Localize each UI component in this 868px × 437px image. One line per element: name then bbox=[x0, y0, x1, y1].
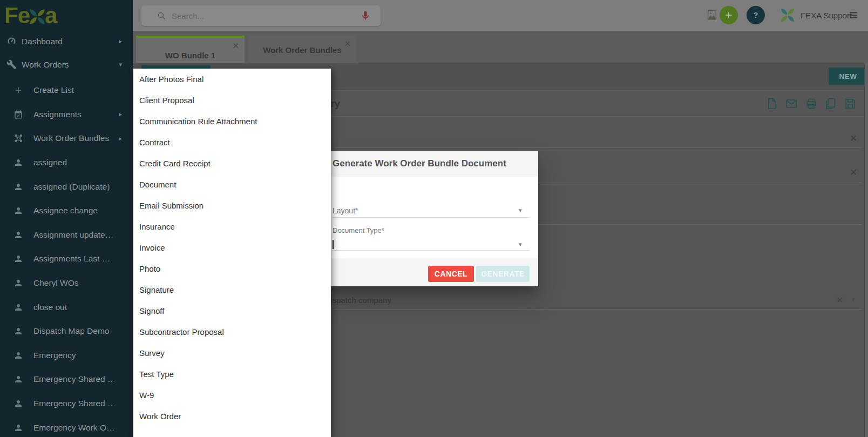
dropdown-item[interactable]: Email Submission bbox=[133, 195, 331, 216]
generate-document-modal: Generate Work Order Bundle Document Layo… bbox=[324, 151, 538, 286]
sidebar-item-emergency[interactable]: Emergency bbox=[0, 344, 133, 368]
caret-down-icon[interactable]: ▾ bbox=[519, 207, 522, 214]
add-button[interactable] bbox=[720, 6, 738, 24]
sidebar-item-cheryl-wos[interactable]: Cheryl WOs bbox=[0, 271, 133, 295]
clear-field-icon[interactable]: ✕ bbox=[850, 167, 857, 178]
dropdown-item[interactable]: Client Proposal bbox=[133, 90, 331, 111]
person-icon bbox=[13, 326, 23, 336]
dropdown-item[interactable]: Signoff bbox=[133, 300, 331, 321]
chevron-right-icon: ▸ bbox=[119, 38, 122, 45]
tab-bar: ✕ WO Bundle 1 ✕ Work Order Bundles bbox=[133, 31, 868, 63]
dropdown-item[interactable]: Credit Card Receipt bbox=[133, 153, 331, 174]
dropdown-item[interactable]: Photo bbox=[133, 258, 331, 279]
dropdown-item[interactable]: Work Order bbox=[133, 406, 331, 427]
sidebar-item-create-list[interactable]: Create List bbox=[0, 78, 133, 103]
help-button[interactable]: ? bbox=[747, 6, 765, 24]
new-button[interactable]: NEW bbox=[829, 68, 867, 85]
hamburger-menu-icon[interactable] bbox=[849, 10, 858, 20]
dropdown-item[interactable]: After Photos Final bbox=[133, 69, 331, 90]
dropdown-item[interactable]: Signature bbox=[133, 279, 331, 300]
sidebar-item-assignment-update[interactable]: Assignment update… bbox=[0, 223, 133, 247]
tab-wo-bundle-1[interactable]: ✕ WO Bundle 1 bbox=[136, 36, 245, 63]
dropdown-item[interactable]: Communication Rule Attachment bbox=[133, 111, 331, 132]
document-type-label: Document Type* bbox=[333, 226, 384, 234]
question-mark-icon: ? bbox=[754, 11, 758, 19]
document-icon[interactable] bbox=[765, 97, 778, 110]
tab-work-order-bundles[interactable]: ✕ Work Order Bundles bbox=[248, 36, 356, 63]
modal-title: Generate Work Order Bundle Document bbox=[333, 158, 506, 169]
sidebar-item-emergency-shared-2[interactable]: Emergency Shared … bbox=[0, 392, 133, 416]
calendar-check-icon bbox=[13, 110, 23, 119]
sidebar-item-emergency-shared-1[interactable]: Emergency Shared … bbox=[0, 367, 133, 392]
document-type-dropdown: After Photos Final Client Proposal Commu… bbox=[133, 69, 331, 437]
search-input[interactable] bbox=[172, 5, 334, 26]
person-icon bbox=[13, 423, 23, 433]
dropdown-item[interactable]: Document bbox=[133, 174, 331, 195]
person-icon bbox=[13, 230, 23, 240]
person-icon bbox=[13, 399, 23, 408]
sidebar-item-close-out[interactable]: close out bbox=[0, 295, 133, 319]
modal-header: Generate Work Order Bundle Document bbox=[324, 151, 538, 177]
scrollbar[interactable] bbox=[864, 63, 868, 437]
person-icon bbox=[13, 278, 23, 288]
search-box[interactable] bbox=[141, 5, 381, 26]
sidebar-item-dispatch-map-demo[interactable]: Dispatch Map Demo bbox=[0, 319, 133, 344]
sidebar-item-assigned-duplicate[interactable]: assigned (Duplicate) bbox=[0, 174, 133, 199]
caret-down-icon[interactable]: ▾ bbox=[519, 241, 522, 248]
fexa-x-logo-icon bbox=[780, 8, 795, 23]
field-underline bbox=[335, 147, 862, 148]
plus-icon bbox=[13, 85, 23, 95]
logo-text-fe: Fe bbox=[4, 3, 30, 29]
plus-icon bbox=[723, 10, 734, 21]
tab-close-icon[interactable]: ✕ bbox=[232, 41, 239, 51]
copy-icon[interactable] bbox=[824, 97, 837, 110]
email-icon[interactable] bbox=[785, 97, 798, 110]
clear-field-icon[interactable]: ✕ bbox=[850, 133, 857, 144]
person-icon bbox=[13, 254, 23, 264]
dropdown-item[interactable]: Contract bbox=[133, 132, 331, 153]
chevron-right-icon: ▸ bbox=[119, 111, 122, 118]
layout-select-label: Layout* bbox=[333, 206, 358, 215]
sidebar-item-assignments-last[interactable]: Assignments Last … bbox=[0, 247, 133, 271]
sidebar-item-dashboard[interactable]: Dashboard ▸ bbox=[0, 30, 133, 53]
layout-select-underline[interactable] bbox=[333, 217, 530, 218]
wrench-icon bbox=[6, 59, 17, 70]
sidebar-item-assignments[interactable]: Assignments ▸ bbox=[0, 103, 133, 127]
bundle-group-icon bbox=[13, 133, 23, 143]
person-icon bbox=[13, 158, 23, 167]
clear-field-icon[interactable]: ✕ bbox=[836, 295, 843, 305]
dropdown-item[interactable]: Insurance bbox=[133, 216, 331, 237]
person-icon bbox=[13, 374, 23, 384]
print-icon[interactable] bbox=[805, 97, 818, 110]
cancel-button[interactable]: CANCEL bbox=[428, 266, 474, 282]
sidebar-item-emergency-work-o[interactable]: Emergency Work O… bbox=[0, 415, 133, 437]
microphone-icon[interactable] bbox=[360, 10, 371, 22]
dropdown-item[interactable]: Survey bbox=[133, 342, 331, 364]
support-account-label[interactable]: FEXA Support bbox=[801, 11, 852, 20]
document-type-input-underline[interactable] bbox=[333, 250, 530, 251]
sidebar-item-work-order-bundles[interactable]: Work Order Bundles ▸ bbox=[0, 126, 133, 151]
fexa-logo[interactable]: Fe a bbox=[4, 3, 57, 28]
image-attachment-icon[interactable] bbox=[706, 9, 718, 21]
dropdown-item[interactable]: Subcontractor Proposal bbox=[133, 321, 331, 342]
person-icon bbox=[13, 182, 23, 192]
save-icon[interactable] bbox=[844, 97, 857, 110]
chevron-right-icon: ▸ bbox=[119, 135, 122, 142]
dropdown-item[interactable]: Invoice bbox=[133, 237, 331, 258]
generate-button[interactable]: GENERATE bbox=[476, 266, 530, 282]
dropdown-item[interactable]: Test Type bbox=[133, 364, 331, 385]
sidebar-item-work-orders[interactable]: Work Orders ▾ bbox=[0, 53, 133, 76]
person-icon bbox=[13, 206, 23, 216]
dropdown-item[interactable]: W-9 bbox=[133, 385, 331, 406]
text-cursor bbox=[333, 240, 334, 249]
app-window: Fe a Dashboard ▸ Work Orders ▾ Create Li… bbox=[0, 0, 868, 437]
fexa-x-icon bbox=[29, 8, 46, 25]
sidebar-item-assigned[interactable]: assigned bbox=[0, 151, 133, 175]
search-icon bbox=[157, 11, 166, 21]
topbar: ? FEXA Support bbox=[133, 0, 868, 31]
sidebar-item-assignee-change[interactable]: Assignee change bbox=[0, 199, 133, 223]
sidebar: Fe a Dashboard ▸ Work Orders ▾ Create Li… bbox=[0, 0, 133, 437]
dispatch-company-field[interactable]: dispatch company bbox=[326, 295, 391, 305]
dashboard-gauge-icon bbox=[6, 36, 17, 46]
caret-down-icon[interactable]: ▾ bbox=[852, 296, 855, 303]
